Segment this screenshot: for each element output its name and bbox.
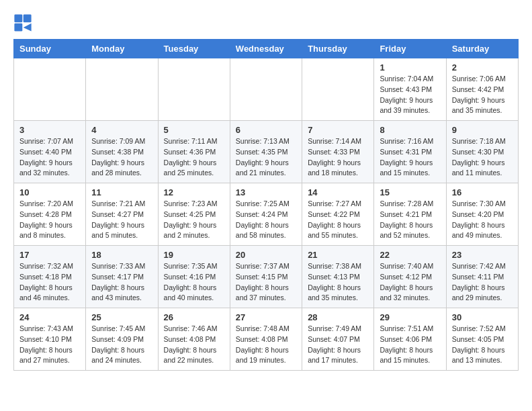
- day-info: Sunrise: 7:06 AMSunset: 4:42 PMDaylight:…: [452, 74, 513, 116]
- day-info: Sunrise: 7:18 AMSunset: 4:30 PMDaylight:…: [452, 136, 513, 179]
- day-number: 21: [308, 250, 368, 260]
- weekday-header-sunday: Sunday: [14, 40, 86, 58]
- calendar-cell: 16Sunrise: 7:30 AMSunset: 4:20 PMDayligh…: [446, 183, 518, 246]
- day-number: 13: [236, 187, 296, 197]
- calendar-cell: 19Sunrise: 7:35 AMSunset: 4:16 PMDayligh…: [158, 246, 230, 308]
- day-number: 30: [452, 312, 513, 322]
- weekday-header-friday: Friday: [374, 40, 446, 58]
- day-info: Sunrise: 7:46 AMSunset: 4:08 PMDaylight:…: [164, 324, 224, 366]
- day-number: 14: [308, 187, 368, 197]
- calendar-cell: [230, 58, 302, 121]
- calendar-cell: 13Sunrise: 7:25 AMSunset: 4:24 PMDayligh…: [230, 183, 302, 246]
- day-info: Sunrise: 7:16 AMSunset: 4:31 PMDaylight:…: [380, 136, 440, 179]
- day-number: 18: [91, 250, 152, 260]
- day-number: 8: [380, 125, 440, 135]
- day-info: Sunrise: 7:30 AMSunset: 4:20 PMDaylight:…: [452, 199, 513, 241]
- calendar-cell: 27Sunrise: 7:48 AMSunset: 4:08 PMDayligh…: [230, 308, 302, 371]
- calendar-week-row: 1Sunrise: 7:04 AMSunset: 4:43 PMDaylight…: [14, 58, 519, 121]
- day-number: 7: [308, 125, 368, 135]
- day-number: 29: [380, 312, 440, 322]
- day-number: 10: [19, 187, 80, 197]
- calendar-cell: 4Sunrise: 7:09 AMSunset: 4:38 PMDaylight…: [86, 121, 158, 183]
- calendar-cell: 5Sunrise: 7:11 AMSunset: 4:36 PMDaylight…: [158, 121, 230, 183]
- day-number: 6: [236, 125, 296, 135]
- day-number: 25: [91, 312, 152, 322]
- calendar-cell: 30Sunrise: 7:52 AMSunset: 4:05 PMDayligh…: [446, 308, 518, 371]
- day-number: 4: [91, 125, 152, 135]
- calendar-cell: 22Sunrise: 7:40 AMSunset: 4:12 PMDayligh…: [374, 246, 446, 308]
- calendar-cell: 26Sunrise: 7:46 AMSunset: 4:08 PMDayligh…: [158, 308, 230, 371]
- weekday-header-tuesday: Tuesday: [158, 40, 230, 58]
- day-info: Sunrise: 7:07 AMSunset: 4:40 PMDaylight:…: [19, 136, 80, 179]
- day-number: 27: [236, 312, 296, 322]
- day-info: Sunrise: 7:42 AMSunset: 4:11 PMDaylight:…: [452, 261, 513, 304]
- day-number: 20: [236, 250, 296, 260]
- calendar-week-row: 3Sunrise: 7:07 AMSunset: 4:40 PMDaylight…: [14, 121, 519, 183]
- day-number: 22: [380, 250, 440, 260]
- day-info: Sunrise: 7:40 AMSunset: 4:12 PMDaylight:…: [380, 261, 440, 304]
- day-number: 24: [19, 312, 80, 322]
- page-header: [13, 13, 519, 32]
- calendar-cell: [86, 58, 158, 121]
- svg-rect-2: [14, 24, 22, 32]
- calendar-table: SundayMondayTuesdayWednesdayThursdayFrid…: [13, 39, 519, 371]
- day-number: 26: [164, 312, 224, 322]
- calendar-cell: [14, 58, 86, 121]
- calendar-cell: 25Sunrise: 7:45 AMSunset: 4:09 PMDayligh…: [86, 308, 158, 371]
- calendar-cell: 7Sunrise: 7:14 AMSunset: 4:33 PMDaylight…: [302, 121, 374, 183]
- calendar-cell: 8Sunrise: 7:16 AMSunset: 4:31 PMDaylight…: [374, 121, 446, 183]
- weekday-header-thursday: Thursday: [302, 40, 374, 58]
- svg-rect-1: [24, 14, 32, 22]
- calendar-cell: 1Sunrise: 7:04 AMSunset: 4:43 PMDaylight…: [374, 58, 446, 121]
- day-number: 17: [19, 250, 80, 260]
- day-info: Sunrise: 7:20 AMSunset: 4:28 PMDaylight:…: [19, 199, 80, 241]
- calendar-cell: 14Sunrise: 7:27 AMSunset: 4:22 PMDayligh…: [302, 183, 374, 246]
- calendar-cell: 2Sunrise: 7:06 AMSunset: 4:42 PMDaylight…: [446, 58, 518, 121]
- day-info: Sunrise: 7:14 AMSunset: 4:33 PMDaylight:…: [308, 136, 368, 179]
- calendar-body: 1Sunrise: 7:04 AMSunset: 4:43 PMDaylight…: [14, 58, 519, 371]
- weekday-header-wednesday: Wednesday: [230, 40, 302, 58]
- day-info: Sunrise: 7:09 AMSunset: 4:38 PMDaylight:…: [91, 136, 152, 179]
- calendar-cell: 23Sunrise: 7:42 AMSunset: 4:11 PMDayligh…: [446, 246, 518, 308]
- day-number: 16: [452, 187, 513, 197]
- svg-marker-3: [24, 24, 32, 32]
- weekday-header-row: SundayMondayTuesdayWednesdayThursdayFrid…: [14, 40, 519, 58]
- calendar-cell: 3Sunrise: 7:07 AMSunset: 4:40 PMDaylight…: [14, 121, 86, 183]
- calendar-cell: 20Sunrise: 7:37 AMSunset: 4:15 PMDayligh…: [230, 246, 302, 308]
- day-info: Sunrise: 7:38 AMSunset: 4:13 PMDaylight:…: [308, 261, 368, 304]
- day-number: 15: [380, 187, 440, 197]
- calendar-cell: 6Sunrise: 7:13 AMSunset: 4:35 PMDaylight…: [230, 121, 302, 183]
- day-info: Sunrise: 7:48 AMSunset: 4:08 PMDaylight:…: [236, 324, 296, 366]
- calendar-cell: 17Sunrise: 7:32 AMSunset: 4:18 PMDayligh…: [14, 246, 86, 308]
- day-number: 19: [164, 250, 224, 260]
- day-number: 3: [19, 125, 80, 135]
- day-info: Sunrise: 7:32 AMSunset: 4:18 PMDaylight:…: [19, 261, 80, 304]
- day-number: 12: [164, 187, 224, 197]
- calendar-cell: 21Sunrise: 7:38 AMSunset: 4:13 PMDayligh…: [302, 246, 374, 308]
- day-number: 23: [452, 250, 513, 260]
- calendar-week-row: 24Sunrise: 7:43 AMSunset: 4:10 PMDayligh…: [14, 308, 519, 371]
- calendar-cell: 12Sunrise: 7:23 AMSunset: 4:25 PMDayligh…: [158, 183, 230, 246]
- svg-rect-0: [14, 14, 22, 22]
- day-info: Sunrise: 7:25 AMSunset: 4:24 PMDaylight:…: [236, 199, 296, 241]
- day-info: Sunrise: 7:27 AMSunset: 4:22 PMDaylight:…: [308, 199, 368, 241]
- calendar-header: SundayMondayTuesdayWednesdayThursdayFrid…: [14, 40, 519, 58]
- day-info: Sunrise: 7:45 AMSunset: 4:09 PMDaylight:…: [91, 324, 152, 366]
- weekday-header-saturday: Saturday: [446, 40, 518, 58]
- day-number: 9: [452, 125, 513, 135]
- day-info: Sunrise: 7:13 AMSunset: 4:35 PMDaylight:…: [236, 136, 296, 179]
- calendar-cell: 11Sunrise: 7:21 AMSunset: 4:27 PMDayligh…: [86, 183, 158, 246]
- day-info: Sunrise: 7:33 AMSunset: 4:17 PMDaylight:…: [91, 261, 152, 304]
- calendar-cell: 9Sunrise: 7:18 AMSunset: 4:30 PMDaylight…: [446, 121, 518, 183]
- day-info: Sunrise: 7:43 AMSunset: 4:10 PMDaylight:…: [19, 324, 80, 366]
- day-info: Sunrise: 7:23 AMSunset: 4:25 PMDaylight:…: [164, 199, 224, 241]
- calendar-cell: [158, 58, 230, 121]
- calendar-cell: 10Sunrise: 7:20 AMSunset: 4:28 PMDayligh…: [14, 183, 86, 246]
- day-number: 28: [308, 312, 368, 322]
- calendar-cell: 28Sunrise: 7:49 AMSunset: 4:07 PMDayligh…: [302, 308, 374, 371]
- day-info: Sunrise: 7:52 AMSunset: 4:05 PMDaylight:…: [452, 324, 513, 366]
- day-info: Sunrise: 7:37 AMSunset: 4:15 PMDaylight:…: [236, 261, 296, 304]
- calendar-cell: 15Sunrise: 7:28 AMSunset: 4:21 PMDayligh…: [374, 183, 446, 246]
- calendar-week-row: 10Sunrise: 7:20 AMSunset: 4:28 PMDayligh…: [14, 183, 519, 246]
- day-info: Sunrise: 7:51 AMSunset: 4:06 PMDaylight:…: [380, 324, 440, 366]
